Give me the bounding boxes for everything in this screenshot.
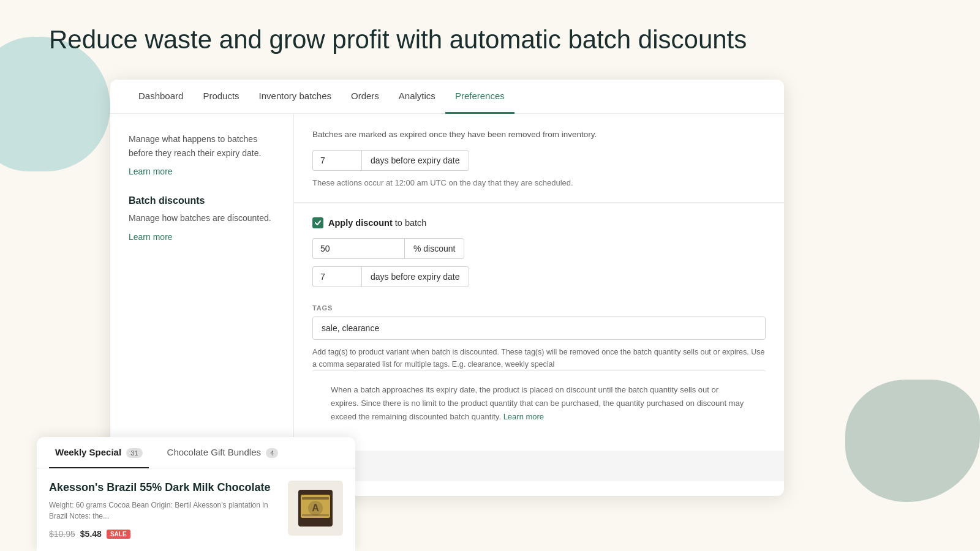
info-text: When a batch approaches its expiry date,… bbox=[331, 383, 747, 424]
svg-rect-6 bbox=[302, 514, 329, 516]
product-name: Akesson's Brazil 55% Dark Milk Chocolate bbox=[49, 481, 278, 495]
expiry-description: Manage what happens to batches before th… bbox=[129, 132, 275, 160]
info-learn-more-link[interactable]: Learn more bbox=[503, 412, 544, 421]
preview-tab-weekly-special[interactable]: Weekly Special 31 bbox=[49, 437, 149, 468]
apply-discount-label: Apply discount to batch bbox=[328, 218, 426, 228]
discount-days-input[interactable] bbox=[312, 266, 361, 287]
product-image: A bbox=[288, 481, 343, 536]
right-panel: Batches are marked as expired once they … bbox=[294, 114, 784, 481]
apply-discount-suffix: to batch bbox=[393, 218, 427, 228]
nav-item-analytics[interactable]: Analytics bbox=[389, 80, 445, 114]
apply-discount-bold: Apply discount bbox=[328, 218, 393, 228]
gift-bundles-badge: 4 bbox=[266, 448, 278, 458]
content-area: Manage what happens to batches before th… bbox=[110, 114, 784, 481]
expiry-settings-card: Batches are marked as expired once they … bbox=[294, 114, 784, 202]
batch-discounts-learn-more-link[interactable]: Learn more bbox=[129, 232, 173, 242]
nav-item-dashboard[interactable]: Dashboard bbox=[129, 80, 193, 114]
app-window: Dashboard Products Inventory batches Ord… bbox=[110, 80, 784, 496]
expiry-days-label: days before expiry date bbox=[361, 150, 469, 171]
nav-item-preferences[interactable]: Preferences bbox=[445, 80, 514, 114]
apply-discount-row: Apply discount to batch bbox=[312, 217, 766, 228]
schedule-note: These actions occur at 12:00 am UTC on t… bbox=[312, 178, 766, 187]
weekly-special-badge: 31 bbox=[126, 448, 142, 458]
expiry-days-input[interactable] bbox=[312, 150, 361, 171]
expiry-learn-more-link[interactable]: Learn more bbox=[129, 167, 173, 176]
tags-input[interactable] bbox=[312, 317, 766, 340]
apply-discount-checkbox[interactable] bbox=[312, 217, 323, 228]
price-original: $10.95 bbox=[49, 529, 75, 539]
page-title: Reduce waste and grow profit with automa… bbox=[49, 24, 931, 55]
nav-item-orders[interactable]: Orders bbox=[341, 80, 389, 114]
preview-tabs: Weekly Special 31 Chocolate Gift Bundles… bbox=[37, 437, 355, 468]
discount-days-row: days before expiry date bbox=[312, 266, 766, 287]
expiry-days-row: days before expiry date bbox=[312, 150, 766, 171]
nav-item-inventory-batches[interactable]: Inventory batches bbox=[249, 80, 341, 114]
discount-days-label: days before expiry date bbox=[361, 266, 469, 287]
discount-percent-row: % discount bbox=[312, 238, 766, 259]
weekly-special-label: Weekly Special bbox=[55, 447, 121, 457]
batch-discounts-title: Batch discounts bbox=[129, 195, 275, 206]
tags-section: TAGS Add tag(s) to product variant when … bbox=[312, 294, 766, 370]
product-description: Weight: 60 grams Cocoa Bean Origin: Bert… bbox=[49, 500, 278, 522]
price-sale: $5.48 bbox=[80, 529, 102, 539]
nav-item-products[interactable]: Products bbox=[193, 80, 249, 114]
nav-bar: Dashboard Products Inventory batches Ord… bbox=[110, 80, 784, 114]
gift-bundles-label: Chocolate Gift Bundles bbox=[167, 447, 261, 457]
expired-note: Batches are marked as expired once they … bbox=[312, 129, 766, 141]
tags-helper-text: Add tag(s) to product variant when batch… bbox=[312, 346, 766, 370]
preview-product-info: Akesson's Brazil 55% Dark Milk Chocolate… bbox=[49, 481, 278, 539]
svg-rect-3 bbox=[302, 497, 329, 500]
batch-discounts-description: Manage how batches are discounted. bbox=[129, 211, 275, 225]
discount-percent-label: % discount bbox=[404, 238, 464, 259]
svg-text:A: A bbox=[312, 503, 319, 513]
price-row: $10.95 $5.48 SALE bbox=[49, 529, 278, 539]
product-preview-card: Weekly Special 31 Chocolate Gift Bundles… bbox=[37, 437, 355, 551]
batch-discounts-settings-card: Apply discount to batch % discount days … bbox=[294, 203, 784, 451]
tags-label: TAGS bbox=[312, 304, 766, 312]
preview-tab-gift-bundles[interactable]: Chocolate Gift Bundles 4 bbox=[161, 437, 285, 468]
info-text-section: When a batch approaches its expiry date,… bbox=[312, 370, 766, 436]
sale-badge: SALE bbox=[107, 530, 130, 539]
preview-product-content: Akesson's Brazil 55% Dark Milk Chocolate… bbox=[37, 468, 355, 551]
left-sidebar: Manage what happens to batches before th… bbox=[110, 114, 294, 481]
discount-percent-input[interactable] bbox=[312, 238, 404, 259]
